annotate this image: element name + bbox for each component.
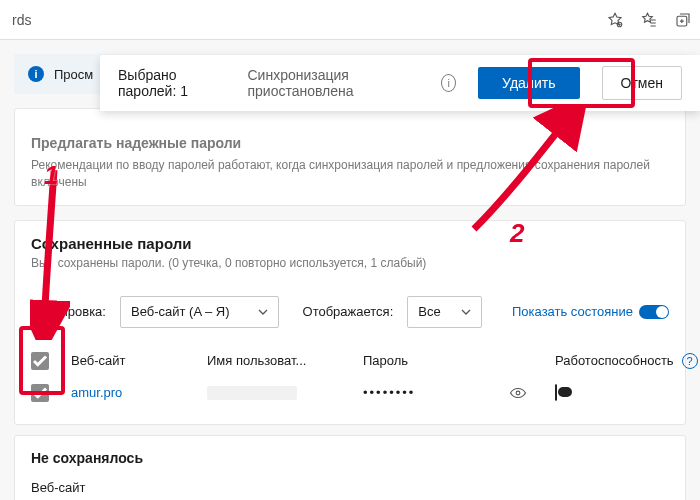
toggle-on-icon: [639, 305, 669, 319]
recommend-title: Предлагать надежные пароли: [31, 135, 669, 151]
address-fragment[interactable]: rds: [8, 12, 606, 28]
recommend-desc: Рекомендации по вводу паролей работают, …: [31, 157, 669, 191]
display-dropdown[interactable]: Все: [407, 296, 481, 328]
chevron-down-icon: [461, 307, 471, 317]
password-masked: ••••••••: [363, 385, 503, 400]
site-link[interactable]: amur.pro: [71, 385, 201, 400]
reveal-password-icon[interactable]: [509, 384, 527, 402]
th-site: Веб-сайт: [71, 353, 201, 368]
passwords-table: Веб-сайт Имя пользоват... Пароль Работос…: [31, 346, 669, 410]
collections-icon[interactable]: [674, 11, 692, 29]
chevron-down-icon: [258, 307, 268, 317]
selection-count: Выбрано паролей: 1: [118, 67, 225, 99]
annotation-number-2: 2: [510, 218, 524, 249]
th-user: Имя пользоват...: [207, 353, 357, 368]
saved-desc: Вы сохранены пароли. (0 утечка, 0 повтор…: [31, 256, 669, 270]
favorites-icon[interactable]: [640, 11, 658, 29]
sort-value: Веб-сайт (A – Я): [131, 304, 230, 319]
display-label: Отображается:: [303, 304, 394, 319]
display-value: Все: [418, 304, 440, 319]
controls-row: Сортировка: Веб-сайт (A – Я) Отображаетс…: [31, 296, 669, 328]
sort-label: Сортировка:: [31, 304, 106, 319]
sort-dropdown[interactable]: Веб-сайт (A – Я): [120, 296, 279, 328]
delete-button[interactable]: Удалить: [478, 67, 579, 99]
sync-info-icon[interactable]: i: [441, 74, 456, 92]
never-saved-title: Не сохранялось: [31, 450, 669, 466]
never-saved-sub: Веб-сайт: [31, 480, 669, 495]
info-icon: i: [28, 66, 44, 82]
address-bar: rds: [0, 0, 700, 40]
username-masked: [207, 386, 297, 400]
select-all-checkbox[interactable]: [31, 352, 49, 370]
show-state-toggle[interactable]: Показать состояние: [512, 304, 669, 319]
help-icon[interactable]: ?: [682, 353, 698, 369]
th-password: Пароль: [363, 353, 503, 368]
address-actions: [606, 11, 692, 29]
health-pill-icon: [555, 384, 557, 401]
show-state-label: Показать состояние: [512, 304, 633, 319]
table-header: Веб-сайт Имя пользоват... Пароль Работос…: [31, 346, 669, 376]
cancel-button[interactable]: Отмен: [602, 66, 682, 100]
saved-title: Сохраненные пароли: [31, 235, 669, 252]
saved-passwords-card: Сохраненные пароли Вы сохранены пароли. …: [14, 220, 686, 425]
favorite-add-icon[interactable]: [606, 11, 624, 29]
row-checkbox[interactable]: [31, 384, 49, 402]
table-row: amur.pro ••••••••: [31, 376, 669, 410]
annotation-number-1: 1: [44, 160, 58, 191]
never-saved-card: Не сохранялось Веб-сайт: [14, 435, 686, 500]
info-text: Просм: [54, 67, 93, 82]
recommend-card: Предлагать надежные пароли Рекомендации …: [14, 108, 686, 206]
selection-toolbar: Выбрано паролей: 1 Синхронизация приоста…: [100, 55, 700, 111]
health-cell: [555, 385, 669, 400]
sync-status: Синхронизация приостановлена: [247, 67, 419, 99]
th-health: Работоспособность ?: [555, 353, 698, 369]
svg-point-2: [516, 391, 520, 395]
